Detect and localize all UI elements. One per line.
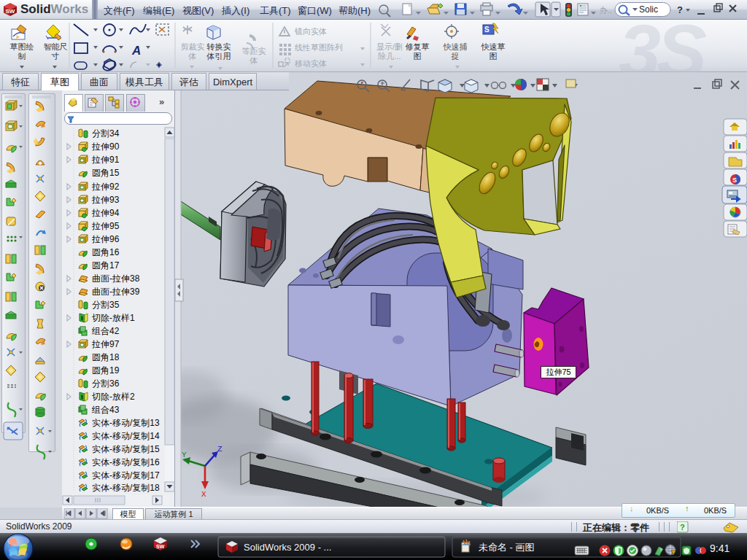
svg-text:Z: Z [217, 445, 222, 454]
svg-text:曲面-拉伸39: 曲面-拉伸39 [92, 287, 140, 297]
svg-text:切除-放样1: 切除-放样1 [91, 313, 135, 323]
svg-text:拉伸90: 拉伸90 [91, 141, 120, 152]
svg-text:分割34: 分割34 [92, 128, 120, 139]
svg-text:组合42: 组合42 [91, 326, 120, 336]
svg-text:Y: Y [182, 451, 187, 459]
svg-text:分割36: 分割36 [92, 378, 120, 389]
svg-text:拉伸96: 拉伸96 [91, 234, 120, 244]
svg-text:9:41: 9:41 [710, 542, 729, 554]
svg-text:X: X [201, 490, 206, 499]
svg-text:拉伸93: 拉伸93 [91, 195, 120, 205]
svg-text:实体-移动/复制18: 实体-移动/复制18 [92, 483, 160, 493]
svg-text:S: S [484, 26, 489, 34]
svg-text:?: ? [680, 523, 685, 532]
svg-text:组合43: 组合43 [91, 405, 120, 415]
svg-text:A: A [131, 44, 141, 58]
svg-text:办..: 办.. [600, 6, 612, 15]
svg-text:未命名 - 画图: 未命名 - 画图 [479, 542, 535, 553]
svg-text:圆角15: 圆角15 [92, 168, 120, 178]
svg-text:实体-移动/复制17: 实体-移动/复制17 [92, 470, 160, 481]
svg-text:实体-移动/复制16: 实体-移动/复制16 [92, 457, 160, 467]
svg-text:拉伸92: 拉伸92 [91, 182, 120, 192]
svg-text:切除-放样2: 切除-放样2 [91, 392, 135, 402]
svg-text:SW: SW [156, 544, 165, 549]
svg-text:实体-移动/复制15: 实体-移动/复制15 [92, 444, 160, 454]
svg-text:拉伸94: 拉伸94 [91, 208, 120, 218]
svg-text:SW: SW [6, 8, 15, 15]
svg-text:S: S [732, 176, 737, 184]
svg-text:拉伸91: 拉伸91 [91, 155, 120, 165]
svg-text:圆角18: 圆角18 [92, 352, 120, 362]
svg-text:!: ! [673, 551, 673, 555]
svg-text:圆角19: 圆角19 [92, 365, 120, 376]
svg-text:SolidWorks 2009 - ...: SolidWorks 2009 - ... [244, 542, 331, 553]
svg-text:拉伸97: 拉伸97 [91, 339, 120, 349]
svg-text:拉伸95: 拉伸95 [91, 221, 120, 231]
svg-text:实体-移动/复制14: 实体-移动/复制14 [92, 431, 160, 441]
svg-text:圆角17: 圆角17 [92, 260, 120, 271]
svg-text:分割35: 分割35 [92, 300, 120, 310]
svg-text:曲面-拉伸38: 曲面-拉伸38 [92, 273, 140, 284]
svg-text:圆角16: 圆角16 [92, 247, 120, 257]
svg-text:实体-移动/复制13: 实体-移动/复制13 [92, 418, 160, 428]
